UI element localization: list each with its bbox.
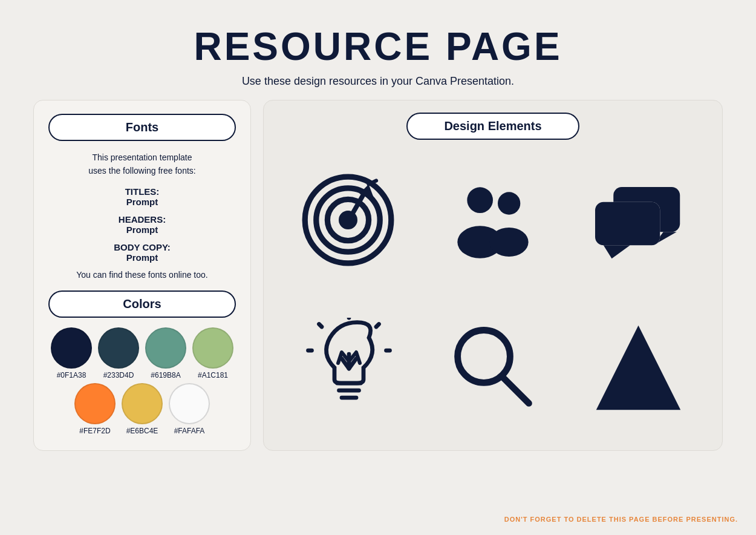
color-hex-2: #233D4D [103, 371, 134, 379]
svg-rect-14 [595, 202, 660, 246]
color-swatch-5 [74, 383, 116, 424]
svg-point-7 [467, 187, 493, 213]
color-hex-3: #619B8A [151, 371, 180, 379]
color-swatch-2 [98, 327, 139, 369]
titles-label: TITLES: [48, 186, 236, 197]
page-title: RESOURCE PAGE [0, 24, 756, 69]
svg-line-25 [376, 324, 379, 327]
search-icon [446, 321, 540, 415]
svg-marker-29 [596, 326, 680, 410]
lightbulb-icon [304, 318, 392, 418]
left-panel: Fonts This presentation template uses th… [33, 100, 251, 451]
color-item-3: #619B8A [145, 327, 186, 379]
svg-marker-15 [603, 245, 630, 258]
fonts-note: You can find these fonts online too. [48, 270, 236, 280]
color-hex-7: #FAFAFA [174, 427, 205, 435]
people-icon [445, 181, 541, 260]
body-group: BODY COPY: Prompt [48, 242, 236, 263]
color-swatch-3 [145, 327, 186, 369]
svg-line-23 [319, 324, 322, 327]
color-item-6: #E6BC4E [122, 383, 163, 435]
color-item-4: #A1C181 [192, 327, 233, 379]
chat-icon [588, 178, 688, 263]
color-item-2: #233D4D [98, 327, 139, 379]
color-hex-6: #E6BC4E [126, 427, 158, 435]
color-swatch-7 [169, 383, 210, 424]
design-elements-label: Design Elements [406, 113, 579, 140]
color-hex-1: #0F1A38 [57, 371, 86, 379]
body-value: Prompt [48, 252, 236, 263]
headers-label: HEADERS: [48, 214, 236, 225]
fonts-label: Fonts [48, 114, 236, 141]
colors-label: Colors [48, 290, 236, 318]
body-label: BODY COPY: [48, 242, 236, 252]
color-hex-4: #A1C181 [198, 371, 228, 379]
titles-group: TITLES: Prompt [48, 186, 236, 207]
color-item-7: #FAFAFA [169, 383, 210, 435]
color-swatch-1 [51, 327, 92, 369]
svg-point-9 [498, 192, 520, 214]
headers-value: Prompt [48, 225, 236, 235]
svg-line-28 [503, 377, 529, 403]
right-panel: Design Elements [263, 100, 723, 451]
headers-group: HEADERS: Prompt [48, 214, 236, 235]
titles-value: Prompt [48, 197, 236, 207]
color-hex-5: #FE7F2D [79, 427, 110, 435]
color-item-5: #FE7F2D [74, 383, 116, 435]
fonts-intro: This presentation template uses the foll… [48, 151, 236, 178]
color-swatch-6 [122, 383, 163, 424]
svg-point-10 [490, 228, 529, 257]
triangle-icon [591, 321, 685, 415]
page-subtitle: Use these design resources in your Canva… [0, 75, 756, 88]
target-icon [301, 173, 395, 267]
color-swatch-4 [192, 327, 233, 369]
footer-note: DON'T FORGET TO DELETE THIS PAGE BEFORE … [504, 516, 738, 523]
color-item-1: #0F1A38 [51, 327, 92, 379]
